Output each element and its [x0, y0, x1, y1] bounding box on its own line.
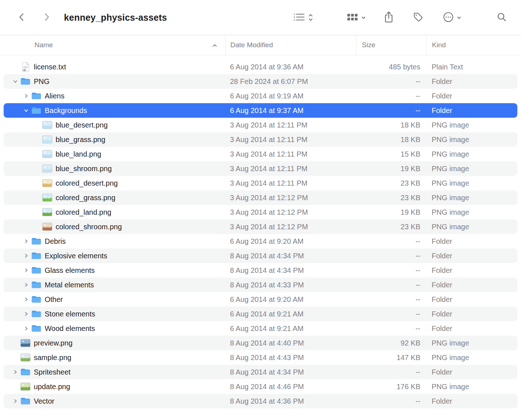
image-icon: [41, 179, 53, 187]
disclosure-chevron-icon[interactable]: [22, 311, 31, 316]
file-size: --: [356, 92, 426, 100]
file-name: PNG: [34, 77, 49, 86]
column-header-date-modified[interactable]: Date Modified: [225, 35, 356, 55]
chevron-down-icon: [456, 15, 462, 20]
file-row[interactable]: colored_land.png 3 Aug 2014 at 12:12 PM …: [4, 205, 517, 219]
file-row[interactable]: Wood elements 6 Aug 2014 at 9:21 AM -- F…: [4, 321, 517, 336]
file-kind: Folder: [426, 237, 517, 246]
file-date-modified: 3 Aug 2014 at 12:11 PM: [225, 136, 356, 144]
chevron-up-down-icon: [308, 12, 314, 23]
file-row[interactable]: Vector 8 Aug 2014 at 4:36 PM -- Folder: [4, 394, 517, 408]
window-title: kenney_physics-assets: [64, 12, 167, 23]
file-row[interactable]: blue_desert.png 3 Aug 2014 at 12:11 PM 1…: [4, 118, 517, 132]
file-row[interactable]: Aliens 6 Aug 2014 at 9:19 AM -- Folder: [4, 89, 517, 103]
name-cell: Vector: [4, 397, 225, 405]
file-row[interactable]: update.png 8 Aug 2014 at 4:46 PM 176 KB …: [4, 379, 517, 394]
file-row[interactable]: blue_shroom.png 3 Aug 2014 at 12:11 PM 1…: [4, 161, 517, 176]
sort-ascending-icon: [212, 41, 217, 49]
file-size: --: [356, 295, 426, 304]
file-row[interactable]: Glass elements 8 Aug 2014 at 4:34 PM -- …: [4, 263, 517, 278]
name-cell: blue_shroom.png: [4, 165, 225, 173]
file-row[interactable]: preview.png 8 Aug 2014 at 4:40 PM 92 KB …: [4, 336, 517, 350]
column-header-size[interactable]: Size: [356, 35, 426, 55]
file-row[interactable]: Metal elements 8 Aug 2014 at 4:33 PM -- …: [4, 278, 517, 292]
name-cell: Other: [4, 295, 225, 304]
disclosure-chevron-icon[interactable]: [11, 79, 20, 84]
file-row[interactable]: blue_land.png 3 Aug 2014 at 12:11 PM 15 …: [4, 147, 517, 161]
name-cell: colored_land.png: [4, 208, 225, 217]
file-row[interactable]: Spritesheet 8 Aug 2014 at 4:34 PM -- Fol…: [4, 365, 517, 379]
disclosure-chevron-icon[interactable]: [22, 239, 31, 244]
file-row[interactable]: sample.png 8 Aug 2014 at 4:43 PM 147 KB …: [4, 350, 517, 365]
image-icon: [41, 223, 53, 231]
disclosure-chevron-icon[interactable]: [11, 399, 20, 404]
disclosure-chevron-icon[interactable]: [22, 282, 31, 287]
file-row[interactable]: license.txt 6 Aug 2014 at 9:36 AM 485 by…: [4, 60, 517, 74]
file-kind: PNG image: [426, 194, 517, 202]
file-name: Stone elements: [45, 310, 95, 318]
column-header-kind[interactable]: Kind: [426, 35, 517, 55]
file-name: Glass elements: [45, 266, 95, 275]
file-kind: PNG image: [426, 136, 517, 144]
file-date-modified: 6 Aug 2014 at 9:20 AM: [225, 295, 356, 304]
disclosure-chevron-icon[interactable]: [11, 369, 20, 375]
file-row[interactable]: Explosive elements 8 Aug 2014 at 4:34 PM…: [4, 249, 517, 263]
share-button[interactable]: [384, 11, 394, 24]
file-row[interactable]: Other 6 Aug 2014 at 9:20 AM -- Folder: [4, 292, 517, 307]
file-kind: PNG image: [426, 121, 517, 129]
more-actions-control[interactable]: [443, 11, 462, 24]
file-kind: Folder: [426, 397, 517, 405]
file-row[interactable]: blue_grass.png 3 Aug 2014 at 12:11 PM 18…: [4, 132, 517, 147]
file-size: --: [356, 310, 426, 318]
group-by-control[interactable]: [346, 12, 366, 23]
file-row[interactable]: Backgrounds 6 Aug 2014 at 9:37 AM -- Fol…: [4, 103, 517, 118]
name-cell: Aliens: [4, 92, 225, 100]
forward-button[interactable]: [39, 9, 54, 25]
file-size: 18 KB: [356, 121, 426, 129]
file-kind: Folder: [426, 92, 517, 100]
text-file-icon: [20, 62, 31, 72]
file-name: blue_shroom.png: [56, 165, 112, 173]
file-name: Wood elements: [45, 324, 95, 333]
name-cell: Glass elements: [4, 266, 225, 275]
back-button[interactable]: [15, 9, 29, 25]
name-cell: PNG: [4, 77, 225, 86]
group-view-icon: [346, 12, 359, 23]
file-size: --: [356, 368, 426, 376]
tag-button[interactable]: [413, 12, 424, 24]
file-row[interactable]: Debris 6 Aug 2014 at 9:20 AM -- Folder: [4, 234, 517, 249]
image-icon: [20, 354, 31, 362]
disclosure-chevron-icon[interactable]: [22, 108, 31, 113]
file-row[interactable]: PNG 28 Feb 2024 at 6:07 PM -- Folder: [4, 74, 517, 89]
file-date-modified: 8 Aug 2014 at 4:34 PM: [225, 368, 356, 376]
file-name: license.txt: [34, 63, 66, 71]
name-cell: colored_shroom.png: [4, 223, 225, 231]
file-size: 19 KB: [356, 165, 426, 173]
search-button[interactable]: [496, 12, 507, 24]
file-date-modified: 6 Aug 2014 at 9:19 AM: [225, 92, 356, 100]
file-row[interactable]: colored_desert.png 3 Aug 2014 at 12:11 P…: [4, 176, 517, 190]
file-kind: Folder: [426, 281, 517, 289]
file-row[interactable]: colored_grass.png 3 Aug 2014 at 12:12 PM…: [4, 190, 517, 205]
name-cell: Explosive elements: [4, 252, 225, 260]
disclosure-chevron-icon[interactable]: [22, 297, 31, 302]
column-header-name[interactable]: Name: [4, 35, 225, 55]
file-kind: PNG image: [426, 383, 517, 391]
file-name: Debris: [45, 237, 66, 246]
name-cell: license.txt: [4, 62, 225, 72]
file-date-modified: 3 Aug 2014 at 12:11 PM: [225, 179, 356, 187]
file-row[interactable]: Stone elements 6 Aug 2014 at 9:21 AM -- …: [4, 307, 517, 321]
disclosure-chevron-icon[interactable]: [22, 253, 31, 258]
disclosure-chevron-icon[interactable]: [22, 93, 31, 98]
file-size: --: [356, 77, 426, 86]
disclosure-chevron-icon[interactable]: [22, 326, 31, 331]
file-name: Other: [45, 295, 63, 304]
toolbar-actions: [292, 11, 521, 24]
disclosure-chevron-icon[interactable]: [22, 268, 31, 273]
file-name: colored_grass.png: [56, 194, 116, 202]
view-mode-control[interactable]: [292, 12, 314, 23]
file-row[interactable]: colored_shroom.png 3 Aug 2014 at 12:12 P…: [4, 219, 517, 234]
list-view-icon: [292, 12, 306, 23]
file-name: preview.png: [34, 339, 73, 347]
folder-icon: [31, 295, 42, 303]
